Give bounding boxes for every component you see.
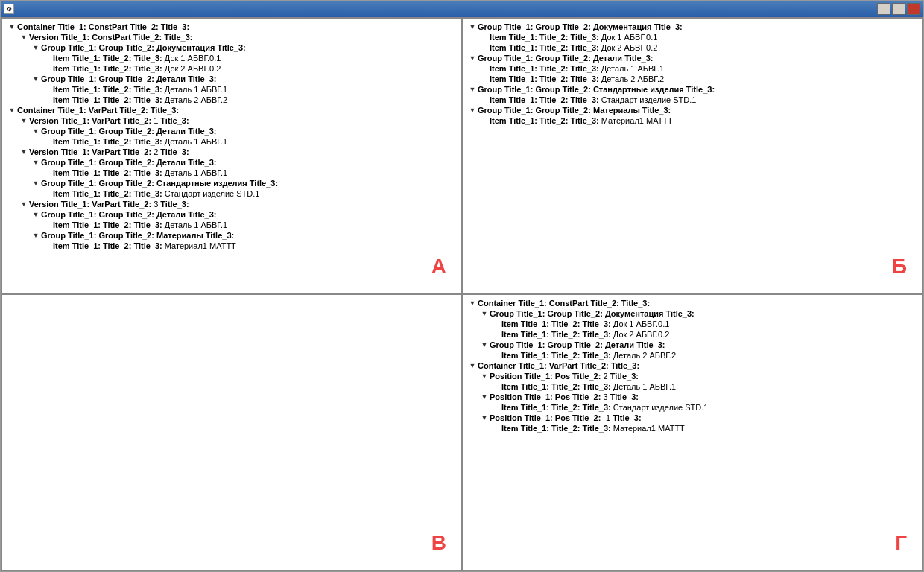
- tree-row[interactable]: ▼Group Title_1: Group Title_2: Детали Ti…: [7, 157, 457, 168]
- tree-expander[interactable]: ▼: [19, 115, 29, 126]
- tree-expander[interactable]: ▼: [31, 74, 41, 84]
- tree-node-text: Group Title_1: Group Title_2: Материалы …: [41, 231, 234, 240]
- maximize-button[interactable]: [892, 3, 905, 15]
- tree-row[interactable]: Item Title_1: Title_2: Title_3: Материал…: [467, 423, 917, 433]
- tree-row[interactable]: Item Title_1: Title_2: Title_3: Док 1 АБ…: [467, 32, 917, 42]
- tree-row[interactable]: Item Title_1: Title_2: Title_3: Деталь 1…: [7, 84, 457, 95]
- tree-expander[interactable]: ▼: [467, 298, 478, 308]
- tree-row[interactable]: ▼Container Title_1: VarPart Title_2: Tit…: [7, 105, 457, 115]
- tree-row[interactable]: Item Title_1: Title_2: Title_3: Док 2 АБ…: [467, 329, 917, 340]
- tree-v[interactable]: [7, 298, 457, 567]
- tree-expander[interactable]: ▼: [467, 105, 478, 115]
- tree-row[interactable]: ▼Group Title_1: Group Title_2: Детали Ti…: [7, 74, 457, 84]
- tree-node-text: Position Title_1: Pos Title_2: 2 Title_3…: [490, 372, 639, 381]
- tree-row[interactable]: ▼Group Title_1: Group Title_2: Документа…: [467, 22, 917, 32]
- tree-row[interactable]: Item Title_1: Title_2: Title_3: Док 2 АБ…: [467, 42, 917, 53]
- tree-row[interactable]: ▼Container Title_1: ConstPart Title_2: T…: [7, 22, 457, 32]
- tree-node-text: Item Title_1: Title_2: Title_3: Деталь 1…: [490, 64, 664, 73]
- tree-row[interactable]: Item Title_1: Title_2: Title_3: Стандарт…: [467, 95, 917, 105]
- tree-node-text: Item Title_1: Title_2: Title_3: Деталь 1…: [53, 85, 227, 94]
- tree-node-text: Group Title_1: Group Title_2: Документац…: [490, 309, 694, 318]
- tree-expander[interactable]: ▼: [31, 126, 41, 136]
- tree-node-text: Group Title_1: Group Title_2: Детали Tit…: [490, 340, 665, 349]
- tree-row[interactable]: ▼Version Title_1: VarPart Title_2: 2 Tit…: [7, 147, 457, 157]
- tree-node-text: Position Title_1: Pos Title_2: 3 Title_3…: [490, 393, 639, 401]
- tree-row[interactable]: ▼Position Title_1: Pos Title_2: -1 Title…: [467, 413, 917, 423]
- tree-row[interactable]: Item Title_1: Title_2: Title_3: Стандарт…: [7, 188, 457, 199]
- tree-row[interactable]: ▼Group Title_1: Group Title_2: Стандартн…: [7, 178, 457, 188]
- panel-g: ▼Container Title_1: ConstPart Title_2: T…: [462, 294, 923, 571]
- tree-b[interactable]: ▼Group Title_1: Group Title_2: Документа…: [467, 22, 917, 290]
- tree-expander[interactable]: ▼: [467, 53, 478, 63]
- tree-row[interactable]: Item Title_1: Title_2: Title_3: Деталь 1…: [7, 220, 457, 230]
- tree-expander[interactable]: ▼: [479, 308, 490, 319]
- tree-row[interactable]: ▼Position Title_1: Pos Title_2: 3 Title_…: [467, 392, 917, 402]
- tree-expander[interactable]: ▼: [31, 157, 41, 168]
- panel-b: ▼Group Title_1: Group Title_2: Документа…: [462, 18, 923, 294]
- tree-row[interactable]: ▼Version Title_1: VarPart Title_2: 1 Tit…: [7, 115, 457, 126]
- tree-row[interactable]: Item Title_1: Title_2: Title_3: Деталь 1…: [467, 381, 917, 392]
- tree-row[interactable]: ▼Group Title_1: Group Title_2: Детали Ti…: [467, 53, 917, 63]
- tree-row[interactable]: ▼Group Title_1: Group Title_2: Детали Ti…: [7, 126, 457, 136]
- tree-row[interactable]: Item Title_1: Title_2: Title_3: Деталь 1…: [7, 136, 457, 147]
- label-v: В: [431, 531, 446, 555]
- main-window: ⚙ ▼Container Title_1: ConstPart Title_2:…: [0, 0, 924, 572]
- tree-row[interactable]: ▼Container Title_1: ConstPart Title_2: T…: [467, 298, 917, 308]
- tree-row[interactable]: Item Title_1: Title_2: Title_3: Материал…: [467, 115, 917, 126]
- tree-expander[interactable]: ▼: [19, 199, 29, 209]
- tree-row[interactable]: ▼Group Title_1: Group Title_2: Документа…: [467, 308, 917, 319]
- tree-row[interactable]: ▼Group Title_1: Group Title_2: Детали Ti…: [7, 209, 457, 220]
- tree-expander[interactable]: ▼: [31, 178, 41, 188]
- tree-node-text: Item Title_1: Title_2: Title_3: Деталь 1…: [53, 220, 227, 229]
- tree-a[interactable]: ▼Container Title_1: ConstPart Title_2: T…: [7, 22, 457, 290]
- minimize-button[interactable]: [877, 3, 890, 15]
- tree-expander[interactable]: ▼: [31, 230, 41, 241]
- tree-expander[interactable]: ▼: [467, 22, 478, 32]
- close-button[interactable]: [907, 3, 920, 15]
- tree-row[interactable]: ▼Group Title_1: Group Title_2: Материалы…: [7, 230, 457, 241]
- tree-g[interactable]: ▼Container Title_1: ConstPart Title_2: T…: [467, 298, 917, 567]
- tree-expander[interactable]: ▼: [467, 360, 478, 371]
- tree-expander[interactable]: ▼: [31, 209, 41, 220]
- tree-expander: [42, 220, 53, 230]
- tree-row[interactable]: Item Title_1: Title_2: Title_3: Материал…: [7, 241, 457, 251]
- tree-node-text: Group Title_1: Group Title_2: Детали Tit…: [41, 210, 216, 219]
- tree-expander: [42, 241, 53, 251]
- tree-row[interactable]: ▼Container Title_1: VarPart Title_2: Tit…: [467, 360, 917, 371]
- tree-row[interactable]: ▼Group Title_1: Group Title_2: Стандартн…: [467, 84, 917, 95]
- tree-expander[interactable]: ▼: [479, 392, 490, 402]
- tree-row[interactable]: ▼Group Title_1: Group Title_2: Материалы…: [467, 105, 917, 115]
- tree-expander: [42, 53, 53, 63]
- tree-row[interactable]: ▼Group Title_1: Group Title_2: Детали Ti…: [467, 340, 917, 350]
- tree-expander[interactable]: ▼: [479, 371, 490, 381]
- tree-row[interactable]: Item Title_1: Title_2: Title_3: Деталь 2…: [467, 350, 917, 360]
- tree-expander[interactable]: ▼: [31, 42, 41, 53]
- tree-row[interactable]: ▼Version Title_1: VarPart Title_2: 3 Tit…: [7, 199, 457, 209]
- panel-a: ▼Container Title_1: ConstPart Title_2: T…: [1, 18, 462, 294]
- tree-expander[interactable]: ▼: [7, 22, 17, 32]
- tree-expander: [479, 95, 490, 105]
- tree-row[interactable]: ▼Group Title_1: Group Title_2: Документа…: [7, 42, 457, 53]
- tree-row[interactable]: Item Title_1: Title_2: Title_3: Стандарт…: [467, 402, 917, 413]
- tree-row[interactable]: ▼Version Title_1: ConstPart Title_2: Tit…: [7, 32, 457, 42]
- tree-row[interactable]: Item Title_1: Title_2: Title_3: Деталь 1…: [7, 168, 457, 178]
- tree-row[interactable]: Item Title_1: Title_2: Title_3: Док 2 АБ…: [7, 63, 457, 74]
- tree-expander[interactable]: ▼: [19, 147, 29, 157]
- tree-expander[interactable]: ▼: [467, 84, 478, 95]
- tree-node-text: Container Title_1: ConstPart Title_2: Ti…: [478, 299, 650, 308]
- tree-row[interactable]: Item Title_1: Title_2: Title_3: Док 1 АБ…: [7, 53, 457, 63]
- tree-expander[interactable]: ▼: [19, 32, 29, 42]
- tree-expander: [479, 63, 490, 74]
- tree-row[interactable]: ▼Position Title_1: Pos Title_2: 2 Title_…: [467, 371, 917, 381]
- tree-expander: [479, 115, 490, 126]
- tree-node-text: Group Title_1: Group Title_2: Детали Tit…: [41, 158, 216, 167]
- tree-row[interactable]: Item Title_1: Title_2: Title_3: Деталь 1…: [467, 63, 917, 74]
- tree-row[interactable]: Item Title_1: Title_2: Title_3: Деталь 2…: [7, 95, 457, 105]
- tree-node-text: Group Title_1: Group Title_2: Детали Tit…: [41, 74, 216, 83]
- tree-expander[interactable]: ▼: [479, 413, 490, 423]
- tree-row[interactable]: Item Title_1: Title_2: Title_3: Док 1 АБ…: [467, 319, 917, 329]
- label-b: Б: [892, 255, 907, 279]
- tree-expander[interactable]: ▼: [7, 105, 17, 115]
- tree-row[interactable]: Item Title_1: Title_2: Title_3: Деталь 2…: [467, 74, 917, 84]
- tree-expander[interactable]: ▼: [479, 340, 490, 350]
